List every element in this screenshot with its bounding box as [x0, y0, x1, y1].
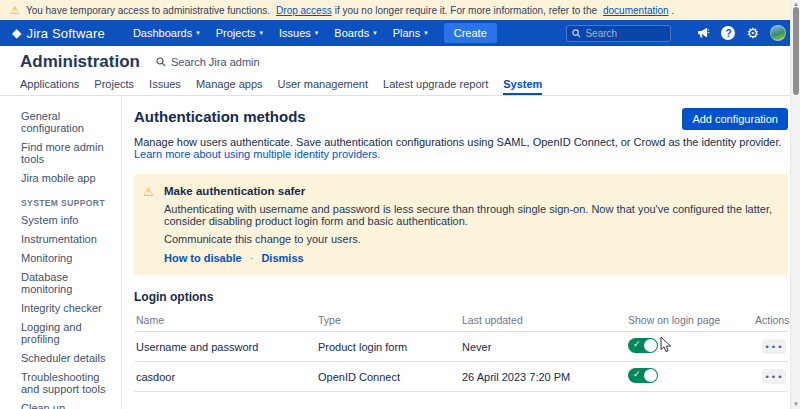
nav-item-projects[interactable]: Projects ▾: [216, 27, 263, 39]
banner-text-middle: if you no longer require it. For more in…: [335, 5, 597, 16]
tab-issues[interactable]: Issues: [149, 78, 181, 95]
warning-links: How to disable · Dismiss: [164, 252, 774, 264]
sidebar-item-database-monitoring[interactable]: Database monitoring: [21, 269, 115, 297]
sidebar-item-clean-up[interactable]: Clean up: [21, 400, 115, 409]
cell-type: OpenID Connect: [316, 362, 460, 392]
login-options-title: Login options: [134, 290, 788, 304]
nav-item-label: Dashboards: [133, 27, 192, 39]
nav-menus: Dashboards ▾ Projects ▾ Issues ▾ Boards …: [133, 23, 497, 43]
learn-more-link[interactable]: Learn more about using multiple identity…: [134, 148, 380, 160]
sidebar-item-scheduler-details[interactable]: Scheduler details: [21, 350, 115, 366]
column-header-name: Name: [134, 311, 316, 332]
main-content: Authentication methods Add configuration…: [134, 96, 788, 409]
help-glyph: ?: [721, 26, 735, 40]
admin-header: Administration: [0, 46, 790, 78]
chevron-down-icon: ▾: [260, 29, 264, 37]
nav-item-label: Plans: [393, 27, 421, 39]
jira-logo[interactable]: ◆ Jira Software: [12, 26, 105, 41]
show-on-login-toggle[interactable]: ✓: [628, 338, 658, 353]
nav-item-plans[interactable]: Plans ▾: [393, 27, 428, 39]
drop-access-link[interactable]: Drop access: [276, 5, 332, 16]
nav-item-label: Issues: [279, 27, 311, 39]
chevron-down-icon: ▾: [315, 29, 319, 37]
documentation-link[interactable]: documentation: [603, 5, 669, 16]
search-icon: [572, 29, 581, 38]
sidebar-item-jira-mobile-app[interactable]: Jira mobile app: [21, 170, 115, 186]
warning-line-2: Communicate this change to your users.: [164, 233, 774, 245]
how-to-disable-link[interactable]: How to disable: [164, 252, 242, 264]
global-search-input[interactable]: [585, 28, 665, 39]
cell-type: Product login form: [316, 332, 460, 362]
row-actions-button[interactable]: •••: [762, 369, 786, 384]
dismiss-link[interactable]: Dismiss: [261, 252, 303, 264]
sidebar-item-find-more-admin-tools[interactable]: Find more admin tools: [21, 139, 115, 167]
warning-line-1: Authenticating with username and passwor…: [164, 203, 774, 227]
admin-search-input[interactable]: [171, 56, 281, 68]
page-title: Administration: [20, 52, 140, 72]
tab-projects[interactable]: Projects: [94, 78, 134, 95]
jira-diamond-icon: ◆: [12, 26, 21, 40]
show-on-login-toggle[interactable]: ✓: [628, 368, 658, 383]
chevron-down-icon: ▾: [424, 29, 428, 37]
nav-item-boards[interactable]: Boards ▾: [334, 27, 376, 39]
main-header-row: Authentication methods Add configuration: [134, 108, 788, 130]
warning-icon: ⚠: [10, 4, 20, 17]
sidebar-heading-system-support: SYSTEM SUPPORT: [21, 198, 115, 208]
tab-system[interactable]: System: [503, 78, 542, 95]
section-title-authentication-methods: Authentication methods: [134, 108, 306, 125]
check-icon: ✓: [633, 339, 641, 349]
create-button[interactable]: Create: [444, 23, 497, 43]
nav-right-cluster: ? ⚙: [566, 25, 786, 42]
warning-icon: ⚠: [143, 185, 157, 264]
tab-applications[interactable]: Applications: [20, 78, 79, 95]
vertical-scrollbar[interactable]: ▲ ▼: [790, 0, 800, 409]
make-authentication-safer-panel: ⚠ Make authentication safer Authenticati…: [134, 174, 788, 275]
sidebar-item-system-info[interactable]: System info: [21, 212, 115, 228]
toggle-knob: [644, 369, 657, 382]
table-header-row: Name Type Last updated Show on login pag…: [134, 311, 788, 332]
gear-glyph: ⚙: [746, 26, 759, 40]
column-header-type: Type: [316, 311, 460, 332]
scroll-down-arrow-icon[interactable]: ▼: [791, 400, 800, 409]
nav-item-label: Projects: [216, 27, 256, 39]
table-row: Username and password Product login form…: [134, 332, 788, 362]
banner-text: You have temporary access to administrat…: [26, 5, 270, 16]
app-navigation-bar: ◆ Jira Software Dashboards ▾ Projects ▾ …: [0, 20, 800, 46]
warning-body: Make authentication safer Authenticating…: [164, 185, 774, 264]
table-row: casdoor OpenID Connect 26 April 2023 7:2…: [134, 362, 788, 392]
sidebar-item-logging-and-profiling[interactable]: Logging and profiling: [21, 319, 115, 347]
row-actions-button[interactable]: •••: [762, 339, 786, 354]
tab-user-management[interactable]: User management: [278, 78, 369, 95]
add-configuration-button[interactable]: Add configuration: [682, 108, 788, 130]
temporary-access-banner: ⚠ You have temporary access to administr…: [0, 0, 800, 20]
nav-item-dashboards[interactable]: Dashboards ▾: [133, 27, 200, 39]
nav-item-issues[interactable]: Issues ▾: [279, 27, 318, 39]
cell-name: casdoor: [134, 362, 316, 392]
sidebar-item-general-configuration[interactable]: General configuration: [21, 108, 115, 136]
banner-text-end: .: [672, 5, 675, 16]
sidebar-item-integrity-checker[interactable]: Integrity checker: [21, 300, 115, 316]
warning-title: Make authentication safer: [164, 185, 774, 197]
global-search[interactable]: [566, 25, 671, 42]
sidebar-item-monitoring[interactable]: Monitoring: [21, 250, 115, 266]
chevron-down-icon: ▾: [373, 29, 377, 37]
settings-gear-icon[interactable]: ⚙: [746, 26, 759, 40]
sidebar-item-troubleshooting-and-support-tools[interactable]: Troubleshooting and support tools: [21, 369, 115, 397]
intro-sentence: Manage how users authenticate. Save auth…: [134, 136, 782, 148]
nav-item-label: Boards: [334, 27, 369, 39]
admin-search[interactable]: [156, 56, 281, 68]
link-separator: ·: [250, 252, 254, 264]
scrollbar-thumb[interactable]: [793, 7, 799, 95]
brand-name: Jira Software: [26, 26, 104, 41]
user-avatar[interactable]: [770, 25, 786, 41]
announcements-icon[interactable]: [696, 27, 710, 40]
intro-text: Manage how users authenticate. Save auth…: [134, 136, 788, 160]
chevron-down-icon: ▾: [196, 29, 200, 37]
tab-manage-apps[interactable]: Manage apps: [196, 78, 263, 95]
help-icon[interactable]: ?: [721, 26, 735, 40]
column-header-actions: Actions: [753, 311, 788, 332]
sidebar-item-instrumentation[interactable]: Instrumentation: [21, 231, 115, 247]
cell-name: Username and password: [134, 332, 316, 362]
cell-last-updated: 26 April 2023 7:20 PM: [460, 362, 626, 392]
tab-latest-upgrade-report[interactable]: Latest upgrade report: [383, 78, 488, 95]
